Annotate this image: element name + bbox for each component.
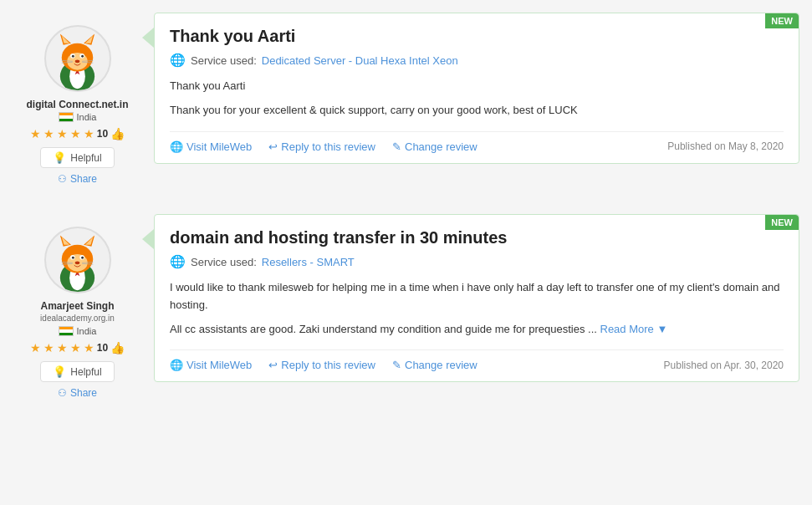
- svg-point-30: [81, 256, 84, 258]
- edit-icon: ✎: [392, 140, 401, 153]
- reviewer-sidebar-1: digital Connect.net.in India ★★★★★ 10 👍 …: [13, 13, 142, 197]
- visit-label: Visit MileWeb: [186, 140, 252, 153]
- svg-point-12: [81, 54, 84, 57]
- reply-label: Reply to this review: [281, 140, 375, 153]
- service-label: Service used:: [191, 256, 257, 268]
- review-title: domain and hosting transfer in 30 minute…: [170, 228, 784, 247]
- service-used-row: 🌐 Service used: Dedicated Server - Dual …: [170, 53, 784, 68]
- country-label: India: [77, 326, 97, 336]
- card-arrow: [142, 28, 154, 48]
- published-date: Published on Apr. 30, 2020: [664, 360, 784, 371]
- read-more-link[interactable]: Read More ▼: [600, 323, 668, 335]
- star-icon: ★: [84, 341, 94, 355]
- reviewer-website: idealacademy.org.in: [40, 314, 115, 323]
- visit-icon: 🌐: [170, 140, 183, 153]
- visit-milesweb-button[interactable]: 🌐 Visit MileWeb: [170, 359, 252, 371]
- helpful-label: Helpful: [70, 152, 101, 164]
- review-body-text: Thank you Aarti: [170, 78, 784, 95]
- star-icon: ★: [43, 341, 54, 355]
- star-icon: ★: [43, 127, 54, 140]
- reviewer-country: India: [59, 112, 97, 122]
- svg-point-31: [75, 261, 80, 264]
- stars-row: ★★★★★ 10 👍: [30, 127, 125, 140]
- review-row-2: Amarjeet Singh idealacademy.org.in India…: [13, 214, 799, 411]
- review-body: I would like to thank milesweb for helpi…: [170, 279, 784, 338]
- thumbs-up-icon: 👍: [110, 341, 125, 355]
- service-link[interactable]: Dedicated Server - Dual Hexa Intel Xeon: [262, 54, 458, 67]
- svg-point-13: [75, 59, 80, 63]
- helpful-button[interactable]: 💡 Helpful: [40, 361, 114, 382]
- reply-label: Reply to this review: [281, 359, 375, 371]
- review-card-2: NEW domain and hosting transfer in 30 mi…: [154, 214, 799, 382]
- review-footer: 🌐 Visit MileWeb ↩ Reply to this review ✎…: [170, 131, 784, 153]
- star-icon: ★: [57, 127, 68, 140]
- bulb-icon: 💡: [53, 151, 66, 164]
- flag-icon: [59, 326, 74, 336]
- reply-review-button[interactable]: ↩ Reply to this review: [268, 140, 375, 153]
- country-label: India: [77, 112, 97, 122]
- reviews-container: digital Connect.net.in India ★★★★★ 10 👍 …: [13, 13, 799, 411]
- bulb-icon: 💡: [53, 365, 66, 378]
- reply-review-button[interactable]: ↩ Reply to this review: [268, 359, 375, 371]
- reviewer-country: India: [59, 326, 97, 336]
- share-label: Share: [70, 387, 97, 399]
- helpful-label: Helpful: [70, 366, 101, 378]
- review-body-text: Thank you for your excellent & quick sup…: [170, 102, 784, 120]
- avatar: [44, 25, 111, 92]
- review-body-text: I would like to thank milesweb for helpi…: [170, 279, 784, 314]
- review-card-1: NEW Thank you Aarti 🌐 Service used: Dedi…: [154, 13, 799, 164]
- change-review-button[interactable]: ✎ Change review: [392, 140, 477, 153]
- globe-icon: 🌐: [170, 254, 186, 269]
- star-icon: ★: [70, 127, 81, 140]
- reply-icon: ↩: [268, 359, 278, 371]
- review-body: Thank you AartiThank you for your excell…: [170, 78, 784, 120]
- reviewer-name: digital Connect.net.in: [27, 99, 129, 110]
- helpful-button[interactable]: 💡 Helpful: [40, 147, 114, 168]
- review-title: Thank you Aarti: [170, 27, 784, 46]
- new-badge: NEW: [765, 215, 799, 230]
- new-badge: NEW: [765, 13, 799, 28]
- rating-count: 10: [97, 128, 108, 140]
- star-icon: ★: [57, 341, 68, 355]
- share-icon: ⚇: [58, 387, 67, 399]
- visit-milesweb-button[interactable]: 🌐 Visit MileWeb: [170, 140, 252, 153]
- svg-point-29: [72, 256, 74, 258]
- change-review-button[interactable]: ✎ Change review: [392, 359, 477, 371]
- change-label: Change review: [405, 140, 477, 153]
- stars-row: ★★★★★ 10 👍: [30, 341, 125, 355]
- share-button[interactable]: ⚇ Share: [58, 387, 97, 399]
- share-label: Share: [70, 173, 97, 185]
- reviewer-sidebar-2: Amarjeet Singh idealacademy.org.in India…: [13, 214, 142, 411]
- share-icon: ⚇: [58, 173, 67, 185]
- rating-count: 10: [97, 342, 108, 354]
- review-body-text: All cc assistants are good. Zaki underst…: [170, 321, 784, 339]
- star-icon: ★: [30, 127, 41, 140]
- card-arrow: [142, 229, 154, 249]
- service-label: Service used:: [191, 54, 257, 67]
- published-date: Published on May 8, 2020: [667, 140, 784, 152]
- avatar: [44, 227, 111, 293]
- thumbs-up-icon: 👍: [110, 127, 125, 140]
- svg-point-11: [72, 54, 74, 57]
- visit-label: Visit MileWeb: [186, 359, 252, 371]
- service-used-row: 🌐 Service used: Resellers - SMART: [170, 254, 784, 269]
- star-icon: ★: [84, 127, 94, 140]
- visit-icon: 🌐: [170, 359, 183, 371]
- review-footer: 🌐 Visit MileWeb ↩ Reply to this review ✎…: [170, 349, 784, 371]
- edit-icon: ✎: [392, 359, 401, 371]
- star-icon: ★: [30, 341, 41, 355]
- star-icon: ★: [70, 341, 81, 355]
- review-row-1: digital Connect.net.in India ★★★★★ 10 👍 …: [13, 13, 799, 197]
- reply-icon: ↩: [268, 140, 278, 153]
- share-button[interactable]: ⚇ Share: [58, 173, 97, 185]
- reviewer-name: Amarjeet Singh: [40, 300, 114, 312]
- service-link[interactable]: Resellers - SMART: [262, 256, 355, 268]
- change-label: Change review: [405, 359, 477, 371]
- globe-icon: 🌐: [170, 53, 186, 68]
- flag-icon: [59, 112, 74, 122]
